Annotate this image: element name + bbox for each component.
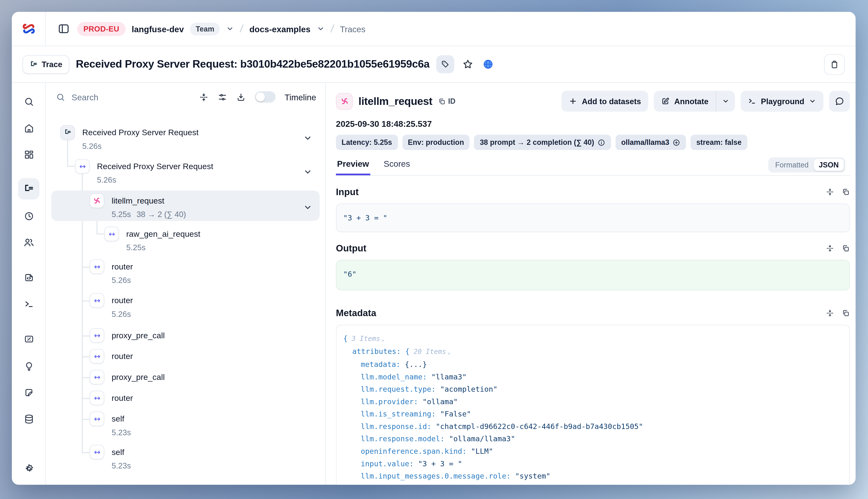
chevron-down-icon[interactable] [303,167,312,176]
span-icon [75,159,90,174]
trace-tree-panel: Timeline Received P [46,83,326,485]
timeline-toggle[interactable] [255,92,276,103]
breadcrumb-project[interactable]: docs-examples [249,24,310,34]
environment-badge: PROD-EU [77,22,125,36]
copy-section-button[interactable] [842,188,850,196]
nav-support[interactable] [18,484,39,485]
output-value[interactable]: "6" [336,260,850,290]
json-line[interactable]: llm.request.type: "acompletion" [360,384,843,396]
project-switcher-chevron-icon[interactable] [317,25,325,33]
nav-scores[interactable] [18,328,39,350]
tree-row-span[interactable]: router5.26s [51,259,319,284]
span-icon [104,227,119,241]
copy-id-button[interactable]: ID [438,97,456,105]
nav-datasets[interactable] [18,408,39,429]
annotate-button[interactable]: Annotate [654,91,716,112]
download-button[interactable] [236,92,246,102]
breadcrumb-section[interactable]: Traces [340,24,365,34]
json-line[interactable]: openinference.span.kind: "LLM" [360,445,843,458]
format-toggle: Formatted JSON [768,157,845,172]
detail-content[interactable]: Input "3 + 3 = " Output "6" Me [326,176,855,485]
tree-search-input[interactable] [71,92,138,102]
format-json-option[interactable]: JSON [814,159,844,171]
observation-detail-panel: litellm_request ID Add to datasets Annot… [326,83,855,485]
json-line[interactable]: metadata: {...} [360,358,843,371]
json-line[interactable]: llm.input_messages.0.message.content: "Y… [360,483,843,485]
tree-row-span[interactable]: proxy_pre_call [51,370,319,385]
copy-section-button[interactable] [842,244,850,252]
nav-evals[interactable] [18,355,39,377]
json-line[interactable]: llm.is_streaming: "False" [360,408,843,421]
tree-settings-button[interactable] [218,92,227,102]
dashboard-grid-icon [23,149,34,160]
nav-dashboards[interactable] [18,144,39,165]
json-line[interactable]: {3 Items⌄ [343,333,843,346]
comments-button[interactable] [829,91,850,112]
tree-search[interactable] [56,92,190,102]
tree-row-span[interactable]: Received Proxy Server Request5.26s [51,159,319,184]
plus-circle-icon[interactable] [673,138,681,146]
nav-users[interactable] [18,232,39,253]
nav-sessions[interactable] [18,205,39,227]
nav-rail [12,83,46,485]
observation-timestamp: 2025-09-30 18:48:25.537 [336,119,850,129]
json-line[interactable]: llm.provider: "ollama" [360,396,843,408]
collapse-section-button[interactable] [826,188,834,196]
input-value[interactable]: "3 + 3 = " [336,204,850,232]
nav-prompts[interactable] [18,267,39,288]
collapse-section-button[interactable] [826,309,834,317]
tree-row-span[interactable]: proxy_pre_call [51,328,319,343]
nav-search[interactable] [18,91,39,112]
nav-home[interactable] [18,117,39,138]
nav-tracing[interactable] [18,178,39,199]
chevron-down-icon[interactable] [303,203,312,211]
tree-row-generation-selected[interactable]: litellm_request5.25s38 → 2 (∑ 40) [51,191,319,221]
tree-row-span[interactable]: router5.26s [51,293,319,318]
tab-preview[interactable]: Preview [336,159,370,175]
json-line[interactable]: llm.model_name: "llama3" [360,371,843,384]
trace-tree-icon [29,60,38,69]
percent-card-icon [23,333,34,344]
tree-row-span[interactable]: router [51,391,319,405]
pencil-square-icon [661,97,670,105]
delete-trace-button[interactable] [824,54,845,75]
add-to-datasets-button[interactable]: Add to datasets [562,91,648,112]
format-formatted-option[interactable]: Formatted [770,159,814,171]
public-share-button[interactable] [481,59,495,70]
sidebar-toggle-button[interactable] [56,21,71,36]
collapse-section-button[interactable] [826,244,834,252]
tree-row-span[interactable]: self5.23s [51,411,319,437]
org-switcher-chevron-icon[interactable] [226,25,234,33]
metadata-json-viewer[interactable]: {3 Items⌄ attributes: {20 Items⌄ metadat… [336,325,850,485]
logo[interactable] [12,12,46,46]
json-line[interactable]: llm.input_messages.0.message.role: "syst… [360,470,843,483]
nav-settings[interactable] [18,458,39,479]
nav-annotation[interactable] [18,381,39,403]
annotate-dropdown-chevron[interactable] [717,91,735,112]
database-icon [23,413,34,424]
tokens-badge: 38 prompt → 2 completion (∑ 40) [474,135,611,150]
json-line[interactable]: attributes: {20 Items⌄ [352,346,843,359]
playground-button[interactable]: Playground [741,91,823,112]
generation-icon [90,193,105,208]
breadcrumb-org[interactable]: langfuse-dev [132,24,184,34]
chevron-down-icon[interactable] [303,133,312,142]
nav-playground-terminal[interactable] [18,293,39,315]
terminal-icon [748,97,756,105]
latency-badge: Latency: 5.25s [336,135,398,150]
tab-scores[interactable]: Scores [382,159,411,175]
span-icon [90,293,105,308]
app-header: PROD-EU langfuse-dev Team / docs-example… [12,12,855,46]
tags-button[interactable] [437,55,454,73]
json-line[interactable]: input.value: "3 + 3 = " [360,458,843,470]
tree-row-trace-root[interactable]: Received Proxy Server Request5.26s [51,125,319,150]
json-line[interactable]: llm.response.model: "ollama/llama3" [360,433,843,446]
tree-row-span[interactable]: router [51,349,319,364]
bookmark-star-button[interactable] [461,59,475,70]
tree-row-span[interactable]: self5.23s [51,445,319,470]
json-line[interactable]: llm.response.id: "chatcmpl-d96622c0-c642… [360,421,843,433]
env-badge: Env: production [402,135,469,150]
collapse-all-button[interactable] [199,92,209,102]
copy-section-button[interactable] [842,309,850,317]
tree-row-span[interactable]: raw_gen_ai_request5.25s [51,227,319,252]
